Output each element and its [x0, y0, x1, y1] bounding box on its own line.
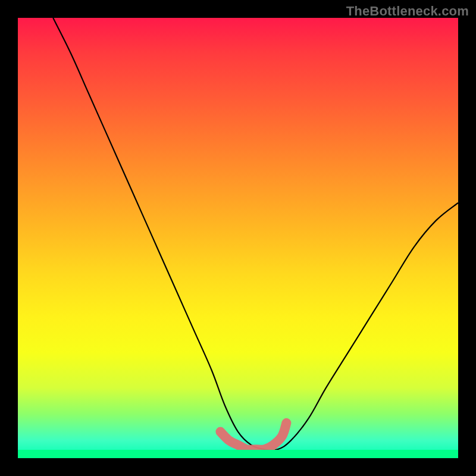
watermark-text: TheBottleneck.com	[346, 4, 469, 19]
chart-frame: TheBottleneck.com	[0, 0, 476, 476]
green-baseline-strip	[18, 450, 458, 458]
curve-layer	[18, 18, 458, 458]
plot-area	[18, 18, 458, 458]
pink-marker	[220, 423, 286, 450]
black-curve	[53, 18, 458, 450]
